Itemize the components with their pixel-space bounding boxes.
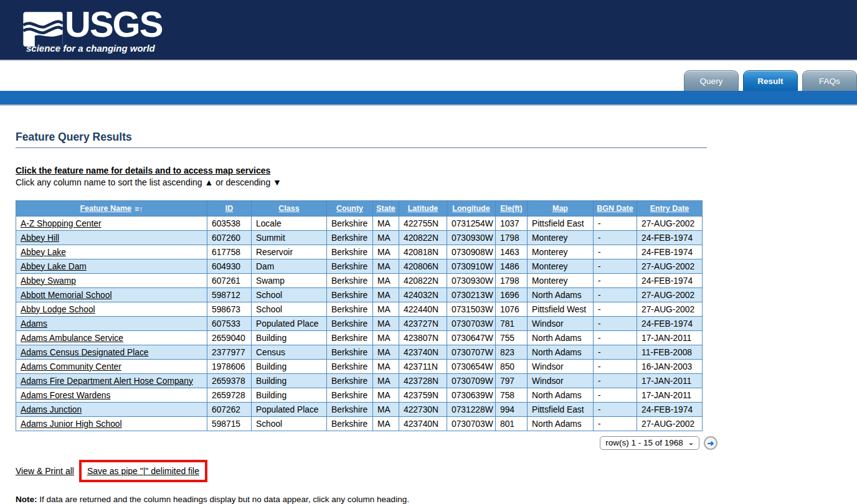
note-label: Note: bbox=[16, 495, 37, 504]
table-cell: 598715 bbox=[207, 417, 252, 431]
table-cell: 423740N bbox=[399, 345, 447, 360]
table-cell: 2377977 bbox=[207, 345, 252, 360]
page-title: Feature Query Results bbox=[16, 131, 857, 144]
tab-faqs[interactable]: FAQs bbox=[802, 70, 857, 91]
table-cell: 850 bbox=[496, 360, 528, 374]
column-header-bgn-date[interactable]: BGN Date bbox=[594, 201, 637, 217]
feature-link[interactable]: Adams Junior High School bbox=[21, 419, 122, 429]
rows-select-value: row(s) 1 - 15 of 1968 bbox=[605, 438, 683, 447]
table-cell: 423759N bbox=[399, 388, 447, 403]
table-cell: MA bbox=[373, 274, 399, 288]
title-rule bbox=[16, 147, 707, 148]
feature-name-cell: Abbott Memorial School bbox=[16, 288, 207, 302]
table-cell: - bbox=[594, 403, 637, 417]
feature-name-cell: Abby Lodge School bbox=[16, 302, 207, 317]
table-cell: 607533 bbox=[207, 317, 252, 331]
feature-link[interactable]: Adams Fire Department Alert Hose Company bbox=[21, 376, 193, 386]
table-cell: 801 bbox=[496, 417, 528, 431]
column-header-class[interactable]: Class bbox=[252, 201, 327, 217]
go-next-button[interactable]: ➜ bbox=[704, 436, 717, 450]
table-cell: Windsor bbox=[528, 317, 594, 331]
feature-link[interactable]: Abbey Hill bbox=[21, 233, 59, 243]
table-cell: 27-AUG-2002 bbox=[637, 302, 703, 317]
rows-select[interactable]: row(s) 1 - 15 of 1968 ⌄ bbox=[600, 436, 699, 450]
table-cell: - bbox=[594, 331, 637, 345]
instruction-sort: Click any column name to sort the list a… bbox=[16, 177, 857, 187]
table-cell: Pittsfield East bbox=[528, 403, 594, 417]
column-header-label: State bbox=[376, 204, 395, 213]
table-row: Abby Lodge School598673SchoolBerkshireMA… bbox=[16, 302, 703, 317]
column-header-ele-ft-[interactable]: Ele(ft) bbox=[496, 201, 528, 217]
table-row: Abbey Lake617758ReservoirBerkshireMA4208… bbox=[16, 245, 703, 259]
table-cell: - bbox=[594, 374, 637, 388]
column-header-label: County bbox=[336, 204, 363, 213]
table-cell: 2659378 bbox=[207, 374, 252, 388]
table-row: Adams Junction607262Populated PlaceBerks… bbox=[16, 403, 703, 417]
feature-link[interactable]: Adams Census Designated Place bbox=[21, 348, 149, 357]
table-cell: Monterey bbox=[528, 259, 594, 274]
feature-link[interactable]: Adams Community Center bbox=[21, 362, 121, 371]
table-cell: School bbox=[252, 302, 327, 317]
table-cell: 422440N bbox=[399, 302, 447, 317]
table-cell: 422730N bbox=[399, 403, 447, 417]
table-cell: 1463 bbox=[496, 245, 528, 259]
column-header-latitude[interactable]: Latitude bbox=[399, 201, 447, 217]
tab-query[interactable]: Query bbox=[684, 70, 739, 91]
column-header-map[interactable]: Map bbox=[528, 201, 594, 217]
column-header-feature-name[interactable]: Feature Name≡↑ bbox=[16, 201, 207, 217]
usgs-wave-icon bbox=[22, 11, 64, 47]
feature-link[interactable]: A-Z Shopping Center bbox=[21, 219, 102, 228]
table-cell: 0730703W bbox=[447, 417, 496, 431]
table-cell: Berkshire bbox=[327, 360, 373, 374]
feature-link[interactable]: Abbott Memorial School bbox=[21, 291, 111, 300]
table-cell: Building bbox=[252, 388, 327, 403]
save-pipe-link[interactable]: Save as pipe "|" delimited file bbox=[87, 466, 199, 476]
action-links: View & Print all Save as pipe "|" delimi… bbox=[16, 460, 857, 482]
table-cell: MA bbox=[373, 360, 399, 374]
table-row: Abbey Swamp607261SwampBerkshireMA420822N… bbox=[16, 274, 703, 288]
column-header-state[interactable]: State bbox=[373, 201, 399, 217]
feature-link[interactable]: Abby Lodge School bbox=[21, 305, 95, 314]
column-header-id[interactable]: ID bbox=[207, 201, 252, 217]
feature-link[interactable]: Adams Junction bbox=[21, 405, 82, 414]
table-cell: - bbox=[594, 360, 637, 374]
tab-result[interactable]: Result bbox=[743, 70, 798, 91]
column-header-label: Ele(ft) bbox=[500, 204, 522, 213]
feature-link[interactable]: Abbey Lake Dam bbox=[21, 262, 87, 271]
header-row: Feature Name≡↑IDClassCountyStateLatitude… bbox=[16, 201, 703, 217]
column-header-entry-date[interactable]: Entry Date bbox=[637, 201, 703, 217]
column-header-longitude[interactable]: Longitude bbox=[447, 201, 496, 217]
table-row: Abbey Lake Dam604930DamBerkshireMA420806… bbox=[16, 259, 703, 274]
table-cell: 994 bbox=[496, 403, 528, 417]
main-content: Feature Query Results Click the feature … bbox=[0, 106, 857, 504]
view-print-link[interactable]: View & Print all bbox=[16, 466, 74, 476]
feature-name-cell: Adams Fire Department Alert Hose Company bbox=[16, 374, 207, 388]
table-cell: Monterey bbox=[528, 245, 594, 259]
table-cell: 423807N bbox=[399, 331, 447, 345]
feature-name-cell: Adams Junction bbox=[16, 403, 207, 417]
column-header-label: Longitude bbox=[452, 204, 490, 213]
table-cell: 0730213W bbox=[447, 288, 496, 302]
feature-link[interactable]: Adams Ambulance Service bbox=[21, 334, 123, 343]
table-cell: Windsor bbox=[528, 360, 594, 374]
sort-ascending-icon: ≡↑ bbox=[135, 205, 143, 213]
table-cell: Monterey bbox=[528, 231, 594, 245]
feature-name-cell: Abbey Lake Dam bbox=[16, 259, 207, 274]
pagination: row(s) 1 - 15 of 1968 ⌄ ➜ bbox=[16, 436, 717, 450]
table-body: A-Z Shopping Center603538LocaleBerkshire… bbox=[16, 217, 703, 431]
chevron-down-icon: ⌄ bbox=[688, 439, 694, 447]
table-cell: 27-AUG-2002 bbox=[637, 288, 703, 302]
column-header-county[interactable]: County bbox=[327, 201, 373, 217]
feature-link[interactable]: Abbey Swamp bbox=[21, 276, 76, 286]
column-header-label: Feature Name bbox=[80, 204, 131, 213]
table-cell: School bbox=[252, 417, 327, 431]
table-cell: MA bbox=[373, 403, 399, 417]
table-cell: MA bbox=[373, 317, 399, 331]
table-cell: North Adams bbox=[528, 288, 594, 302]
table-cell: 0730910W bbox=[447, 259, 496, 274]
feature-link[interactable]: Adams bbox=[21, 319, 47, 329]
table-cell: 420822N bbox=[399, 274, 447, 288]
feature-link[interactable]: Adams Forest Wardens bbox=[21, 391, 110, 400]
feature-link[interactable]: Abbey Lake bbox=[21, 248, 66, 257]
table-cell: North Adams bbox=[528, 417, 594, 431]
